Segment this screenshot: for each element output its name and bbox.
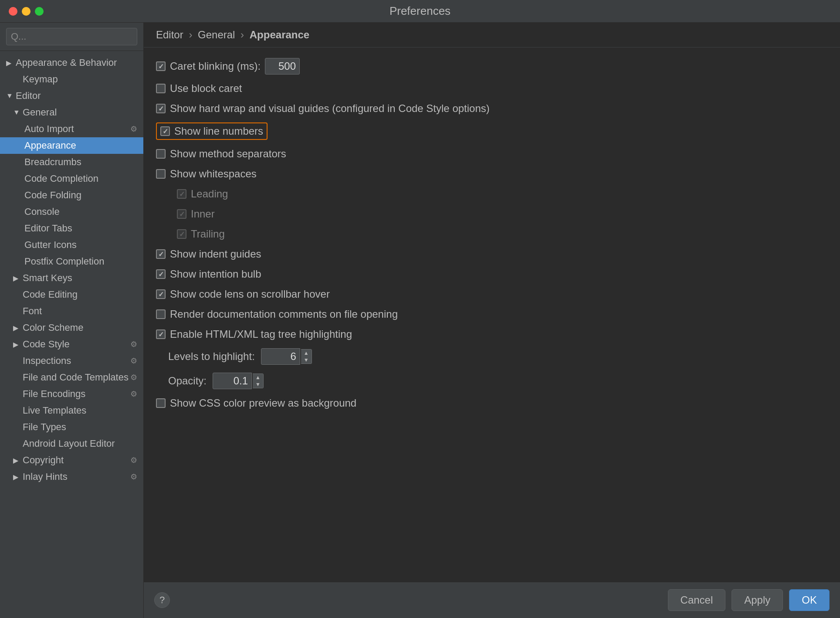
leading-checkbox[interactable] xyxy=(177,189,186,199)
show-line-numbers-label: Show line numbers xyxy=(174,125,263,137)
sidebar-item-editor-tabs[interactable]: Editor Tabs xyxy=(0,220,143,237)
show-hard-wrap-checkbox[interactable] xyxy=(156,104,166,113)
sidebar-item-appearance-behavior[interactable]: ▶ Appearance & Behavior xyxy=(0,54,143,71)
sidebar-item-copyright[interactable]: ▶ Copyright ⚙ xyxy=(0,452,143,469)
sidebar-item-code-editing[interactable]: Code Editing xyxy=(0,286,143,303)
help-button[interactable]: ? xyxy=(154,592,170,608)
levels-spinner-buttons: ▲ ▼ xyxy=(301,349,312,364)
sidebar-item-label: File Encodings xyxy=(23,388,85,400)
use-block-caret-checkbox[interactable] xyxy=(156,84,166,93)
sidebar-item-smart-keys[interactable]: ▶ Smart Keys xyxy=(0,270,143,286)
maximize-button[interactable] xyxy=(35,7,44,16)
inner-label: Inner xyxy=(191,208,215,220)
sidebar-item-inspections[interactable]: Inspections ⚙ xyxy=(0,353,143,369)
sidebar-item-label: Code Folding xyxy=(24,190,81,201)
show-css-color-checkbox[interactable] xyxy=(156,398,166,408)
sidebar-item-editor[interactable]: ▼ Editor xyxy=(0,88,143,104)
sidebar-item-code-folding[interactable]: Code Folding xyxy=(0,187,143,204)
show-hard-wrap-row: Show hard wrap and visual guides (config… xyxy=(156,102,828,115)
show-line-numbers-checkbox[interactable] xyxy=(160,126,170,136)
sidebar-item-gutter-icons[interactable]: Gutter Icons xyxy=(0,237,143,253)
render-documentation-label: Render documentation comments on file op… xyxy=(170,308,398,320)
sidebar-item-code-style[interactable]: ▶ Code Style ⚙ xyxy=(0,336,143,353)
close-button[interactable] xyxy=(9,7,17,16)
arrow-icon: ▶ xyxy=(13,473,20,481)
caret-blinking-input[interactable] xyxy=(265,58,300,75)
show-code-lens-row: Show code lens on scrollbar hover xyxy=(156,288,828,300)
arrow-icon: ▼ xyxy=(6,92,13,100)
minimize-button[interactable] xyxy=(22,7,30,16)
search-container xyxy=(0,23,143,51)
show-method-separators-row: Show method separators xyxy=(156,148,828,160)
render-documentation-row: Render documentation comments on file op… xyxy=(156,308,828,320)
arrow-icon: ▶ xyxy=(13,456,20,465)
inner-row: Inner xyxy=(156,208,828,220)
breadcrumb: Editor › General › Appearance xyxy=(144,23,840,48)
traffic-lights xyxy=(9,7,44,16)
sidebar-item-code-completion[interactable]: Code Completion xyxy=(0,170,143,187)
opacity-down-button[interactable]: ▼ xyxy=(253,381,263,388)
show-method-separators-checkbox[interactable] xyxy=(156,149,166,159)
sidebar-item-keymap[interactable]: Keymap xyxy=(0,71,143,88)
sidebar-item-console[interactable]: Console xyxy=(0,204,143,220)
sidebar-item-label: Editor xyxy=(16,90,41,102)
sidebar-item-file-code-templates[interactable]: File and Code Templates ⚙ xyxy=(0,369,143,386)
show-indent-guides-checkbox[interactable] xyxy=(156,249,166,259)
sidebar-item-font[interactable]: Font xyxy=(0,303,143,319)
sidebar-item-label: Inspections xyxy=(23,355,71,367)
levels-input[interactable] xyxy=(261,348,300,365)
bottom-bar: ? Cancel Apply OK xyxy=(144,582,840,618)
inner-checkbox[interactable] xyxy=(177,209,186,219)
caret-blinking-checkbox[interactable] xyxy=(156,61,166,71)
levels-highlight-label: Levels to highlight: xyxy=(168,350,255,363)
settings-icon: ⚙ xyxy=(130,124,137,134)
caret-blinking-label: Caret blinking (ms): xyxy=(170,60,261,72)
opacity-input[interactable] xyxy=(213,373,252,389)
cancel-button[interactable]: Cancel xyxy=(668,589,726,611)
sidebar-item-label: Editor Tabs xyxy=(24,223,72,234)
show-hard-wrap-label: Show hard wrap and visual guides (config… xyxy=(170,102,490,115)
breadcrumb-general: General xyxy=(198,29,235,41)
render-documentation-checkbox[interactable] xyxy=(156,309,166,319)
apply-button[interactable]: Apply xyxy=(732,589,783,611)
opacity-spinner-buttons: ▲ ▼ xyxy=(253,374,264,388)
settings-icon: ⚙ xyxy=(130,389,137,399)
sidebar-item-label: Android Layout Editor xyxy=(23,438,115,449)
show-line-numbers-highlight: Show line numbers xyxy=(156,122,268,140)
enable-html-xml-checkbox[interactable] xyxy=(156,329,166,339)
sidebar-item-appearance[interactable]: Appearance xyxy=(0,137,143,154)
show-indent-guides-label: Show indent guides xyxy=(170,248,261,260)
sidebar-item-general[interactable]: ▼ General xyxy=(0,104,143,121)
show-indent-guides-row: Show indent guides xyxy=(156,248,828,260)
window-title: Preferences xyxy=(390,4,450,18)
ok-button[interactable]: OK xyxy=(789,589,830,611)
arrow-icon: ▶ xyxy=(13,324,20,332)
sidebar-item-live-templates[interactable]: Live Templates xyxy=(0,402,143,419)
opacity-up-button[interactable]: ▲ xyxy=(253,374,263,381)
search-input[interactable] xyxy=(6,28,137,45)
trailing-checkbox[interactable] xyxy=(177,229,186,239)
show-intention-bulb-row: Show intention bulb xyxy=(156,268,828,280)
sidebar-item-label: File Types xyxy=(23,421,66,433)
sidebar-item-postfix-completion[interactable]: Postfix Completion xyxy=(0,253,143,270)
sidebar-item-auto-import[interactable]: Auto Import ⚙ xyxy=(0,121,143,137)
sidebar-item-file-encodings[interactable]: File Encodings ⚙ xyxy=(0,386,143,402)
sidebar-item-android-layout-editor[interactable]: Android Layout Editor xyxy=(0,435,143,452)
sidebar-item-label: Keymap xyxy=(23,74,58,85)
sidebar-item-label: Auto Import xyxy=(24,123,74,135)
sidebar-item-breadcrumbs[interactable]: Breadcrumbs xyxy=(0,154,143,170)
sidebar-item-file-types[interactable]: File Types xyxy=(0,419,143,435)
settings-content: Caret blinking (ms): Use block caret Sho… xyxy=(144,48,840,582)
opacity-spinner: ▲ ▼ xyxy=(213,373,264,389)
levels-spinner: ▲ ▼ xyxy=(261,348,312,365)
sidebar-tree: ▶ Appearance & Behavior Keymap ▼ Editor … xyxy=(0,51,143,618)
sidebar-item-color-scheme[interactable]: ▶ Color Scheme xyxy=(0,319,143,336)
levels-up-button[interactable]: ▲ xyxy=(301,350,312,357)
sidebar-item-label: Live Templates xyxy=(23,405,86,416)
show-intention-bulb-checkbox[interactable] xyxy=(156,269,166,279)
sidebar-item-inlay-hints[interactable]: ▶ Inlay Hints ⚙ xyxy=(0,469,143,485)
sidebar-item-label: Code Completion xyxy=(24,173,98,184)
levels-down-button[interactable]: ▼ xyxy=(301,357,312,363)
show-code-lens-checkbox[interactable] xyxy=(156,289,166,299)
show-whitespaces-checkbox[interactable] xyxy=(156,169,166,179)
